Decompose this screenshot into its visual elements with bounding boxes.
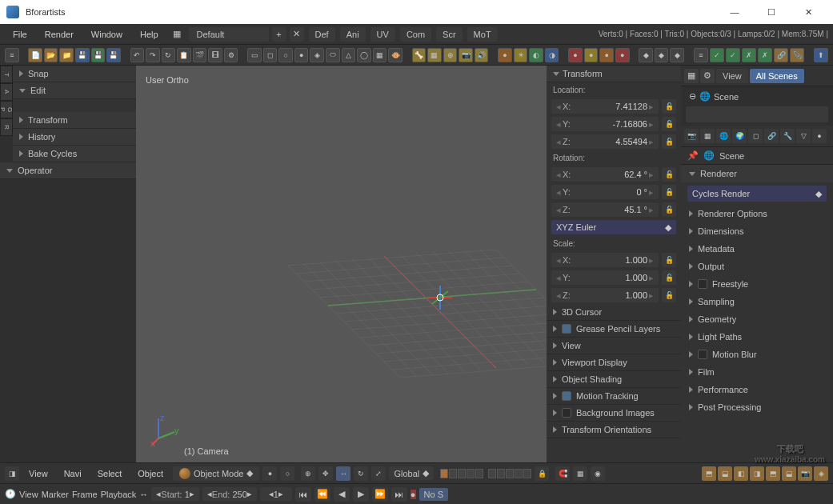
prop-tab-data[interactable]: ▽ (796, 129, 811, 143)
outliner-editor-icon[interactable]: ▦ (684, 69, 699, 83)
shading-solid-icon[interactable]: ● (262, 466, 277, 481)
screen-layout-dropdown[interactable]: Default (189, 27, 269, 42)
prop-freestyle[interactable]: Freestyle (681, 275, 833, 293)
play-icon[interactable]: ▶ (353, 487, 369, 502)
force-1-icon[interactable]: ● (568, 48, 583, 62)
loc-y-lock[interactable]: 🔓 (662, 117, 676, 131)
prop-film[interactable]: Film (681, 363, 833, 381)
outliner-filter-icon[interactable]: ⚙ (700, 69, 715, 83)
loc-z-field[interactable]: ◂Z:4.55494▸ (551, 134, 659, 149)
view-left-icon[interactable]: ◧ (734, 466, 748, 481)
prop-tab-modifier[interactable]: 🔧 (780, 129, 795, 143)
recent-icon[interactable]: 📁 (59, 48, 74, 62)
maximize-button[interactable]: ☐ (753, 0, 790, 24)
prop-tab-world[interactable]: 🌍 (732, 129, 747, 143)
save-copy-icon[interactable]: 💾 (106, 48, 121, 62)
outliner-body[interactable]: ⊖🌐Scene (681, 86, 833, 126)
prim-ico-icon[interactable]: ◈ (310, 48, 324, 62)
lamp-hemi-icon[interactable]: ◑ (545, 48, 559, 62)
snap-element-icon[interactable]: ▦ (573, 466, 587, 481)
prim-torus-icon[interactable]: ◯ (357, 48, 371, 62)
prop-tab-scene[interactable]: 🌐 (716, 129, 731, 143)
check-3-icon[interactable]: ✗ (742, 48, 756, 62)
current-frame-field[interactable]: ◂1▸ (260, 487, 292, 501)
view-back-icon[interactable]: ⬓ (718, 466, 732, 481)
force-4-icon[interactable]: ● (615, 48, 630, 62)
workspace-def[interactable]: Def (309, 27, 335, 42)
section-transform-orientations[interactable]: Transform Orientations (547, 422, 681, 438)
group-1-icon[interactable]: ◆ (639, 48, 653, 62)
range-icon[interactable]: ↔ (139, 490, 148, 499)
prop-dimensions[interactable]: Dimensions (681, 222, 833, 240)
view-right-icon[interactable]: ◨ (750, 466, 764, 481)
workspace-scr[interactable]: Scr (436, 27, 463, 42)
rot-y-field[interactable]: ◂Y:0 °▸ (551, 185, 659, 199)
empty-icon[interactable]: ⊕ (443, 48, 458, 62)
prop-motion-blur[interactable]: Motion Blur (681, 346, 833, 363)
manip-translate-icon[interactable]: ↔ (336, 466, 350, 481)
vtab-gp[interactable]: GP (0, 101, 13, 118)
loc-x-lock[interactable]: 🔓 (662, 99, 676, 114)
menu-window[interactable]: Window (83, 26, 130, 42)
orientation-dropdown[interactable]: Global◆ (389, 466, 434, 480)
append-icon[interactable]: 📎 (790, 48, 804, 62)
rot-x-lock[interactable]: 🔓 (662, 167, 676, 182)
timeline-frame[interactable]: Frame (72, 490, 98, 499)
menu-object[interactable]: Object (131, 466, 170, 481)
lamp-spot-icon[interactable]: ◐ (529, 48, 543, 62)
scl-x-field[interactable]: ◂X:1.000▸ (551, 253, 659, 267)
close-button[interactable]: ✕ (790, 0, 827, 24)
history-icon[interactable]: 📋 (177, 48, 191, 62)
prim-cyl-icon[interactable]: ⬭ (326, 48, 340, 62)
menu-render[interactable]: Render (37, 26, 82, 42)
autokey-icon[interactable]: ● (410, 490, 416, 499)
operator-panel[interactable]: Operator (0, 162, 136, 179)
prop-tab-constraint[interactable]: 🔗 (764, 129, 779, 143)
scl-y-lock[interactable]: 🔓 (662, 270, 676, 285)
camera-add-icon[interactable]: 📷 (459, 48, 473, 62)
loc-x-field[interactable]: ◂X:7.41128▸ (551, 99, 659, 114)
force-2-icon[interactable]: ● (584, 48, 599, 62)
renderer-header[interactable]: Renderer (681, 165, 833, 182)
link-icon[interactable]: 🔗 (774, 48, 788, 62)
render-opengl-icon[interactable]: ⚙ (224, 48, 238, 62)
play-reverse-icon[interactable]: ◀ (334, 487, 350, 502)
tool-transform[interactable]: Transform (13, 112, 136, 129)
vtab-r[interactable]: R (0, 118, 13, 136)
vtab-a[interactable]: A (0, 83, 13, 101)
prop-tab-render[interactable]: 📷 (684, 129, 699, 143)
save-as-icon[interactable]: 💾 (91, 48, 106, 62)
check-1-icon[interactable]: ✓ (710, 48, 724, 62)
repeat-icon[interactable]: ↻ (162, 48, 176, 62)
menu-help[interactable]: Help (132, 26, 166, 42)
rot-x-field[interactable]: ◂X:62.4 °▸ (551, 167, 659, 182)
prim-grid-icon[interactable]: ▦ (373, 48, 387, 62)
lamp-point-icon[interactable]: ● (498, 48, 512, 62)
section-background-images[interactable]: Background Images (547, 405, 681, 422)
tool-snap[interactable]: Snap (13, 66, 136, 82)
timeline-view[interactable]: View (19, 490, 38, 499)
hamburger-icon[interactable]: ≡ (5, 48, 19, 62)
menu-view-3d[interactable]: View (22, 466, 54, 481)
new-file-icon[interactable]: 📄 (28, 48, 42, 62)
start-frame-field[interactable]: ◂Start: 1▸ (151, 487, 198, 501)
check-4-icon[interactable]: ✗ (758, 48, 772, 62)
prim-cube-icon[interactable]: ◻ (263, 48, 278, 62)
view-bottom-icon[interactable]: ⬓ (782, 466, 796, 481)
minimize-button[interactable]: — (716, 0, 753, 24)
3d-viewport[interactable]: User Ortho (136, 66, 547, 462)
force-3-icon[interactable]: ● (599, 48, 614, 62)
redo-icon[interactable]: ↷ (146, 48, 160, 62)
prop-tab-object[interactable]: ◻ (748, 129, 763, 143)
section-grease-pencil[interactable]: Grease Pencil Layers (547, 321, 681, 338)
delete-layout-button[interactable]: ✕ (290, 27, 304, 42)
workspace-com[interactable]: Com (400, 27, 431, 42)
prop-sampling[interactable]: Sampling (681, 293, 833, 310)
armature-icon[interactable]: 🦴 (412, 48, 427, 62)
prop-geometry[interactable]: Geometry (681, 310, 833, 328)
prop-light-paths[interactable]: Light Paths (681, 328, 833, 346)
timeline-editor-icon[interactable]: 🕐 (5, 489, 16, 499)
view-camera-icon[interactable]: 📷 (798, 466, 812, 481)
outliner-scrollbar[interactable] (686, 106, 828, 122)
view-front-icon[interactable]: ⬒ (702, 466, 716, 481)
